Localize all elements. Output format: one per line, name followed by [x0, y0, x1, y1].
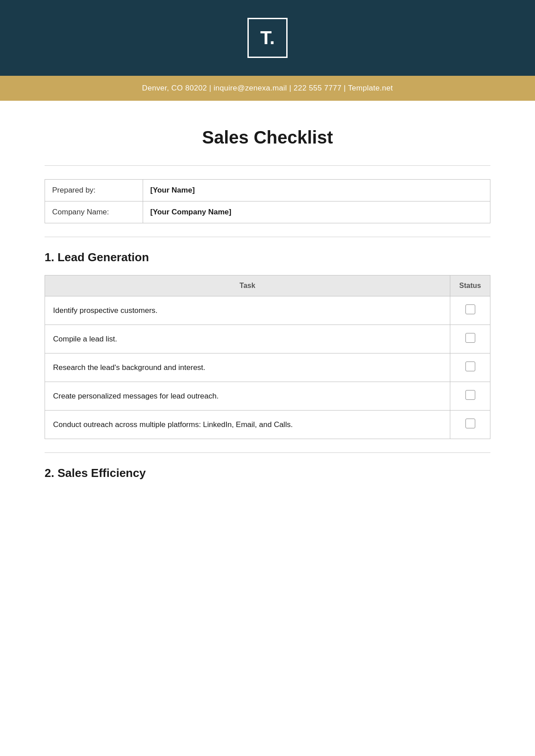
company-name-label: Company Name: — [45, 201, 143, 223]
table-row: Prepared by: [Your Name] — [45, 180, 490, 201]
section-divider-1 — [45, 237, 490, 237]
table-row: Create personalized messages for lead ou… — [45, 382, 490, 411]
info-table: Prepared by: [Your Name] Company Name: [… — [45, 179, 490, 223]
status-cell — [450, 325, 490, 353]
contact-bar-text: Denver, CO 80202 | inquire@zenexa.mail |… — [142, 84, 393, 92]
lead-generation-table: Task Status Identify prospective custome… — [45, 275, 490, 439]
table-header-row: Task Status — [45, 275, 490, 296]
table-row: Compile a lead list. — [45, 325, 490, 353]
status-cell — [450, 382, 490, 411]
table-row: Research the lead's background and inter… — [45, 353, 490, 382]
section-1-heading: 1. Lead Generation — [45, 251, 490, 264]
logo-box: T. — [247, 18, 288, 58]
prepared-by-value: [Your Name] — [143, 180, 490, 201]
main-content: Sales Checklist Prepared by: [Your Name]… — [0, 101, 535, 518]
page-header: T. — [0, 0, 535, 76]
prepared-by-label: Prepared by: — [45, 180, 143, 201]
table-row: Identify prospective customers. — [45, 296, 490, 325]
task-text: Conduct outreach across multiple platfor… — [45, 411, 450, 439]
checkbox[interactable] — [465, 390, 475, 400]
section-2-heading: 2. Sales Efficiency — [45, 466, 490, 480]
checkbox[interactable] — [465, 333, 475, 343]
status-column-header: Status — [450, 275, 490, 296]
status-cell — [450, 296, 490, 325]
checkbox[interactable] — [465, 419, 475, 428]
status-cell — [450, 411, 490, 439]
section-lead-generation: 1. Lead Generation Task Status Identify … — [45, 251, 490, 439]
task-text: Create personalized messages for lead ou… — [45, 382, 450, 411]
checkbox[interactable] — [465, 304, 475, 314]
page-title: Sales Checklist — [45, 127, 490, 148]
table-row: Company Name: [Your Company Name] — [45, 201, 490, 223]
checkbox[interactable] — [465, 362, 475, 371]
status-cell — [450, 353, 490, 382]
section-divider-2 — [45, 452, 490, 453]
task-text: Identify prospective customers. — [45, 296, 450, 325]
contact-bar: Denver, CO 80202 | inquire@zenexa.mail |… — [0, 76, 535, 101]
title-divider — [45, 165, 490, 166]
task-text: Research the lead's background and inter… — [45, 353, 450, 382]
task-column-header: Task — [45, 275, 450, 296]
table-row: Conduct outreach across multiple platfor… — [45, 411, 490, 439]
company-name-value: [Your Company Name] — [143, 201, 490, 223]
task-text: Compile a lead list. — [45, 325, 450, 353]
section-sales-efficiency: 2. Sales Efficiency — [45, 466, 490, 480]
logo-letter: T. — [260, 27, 275, 49]
